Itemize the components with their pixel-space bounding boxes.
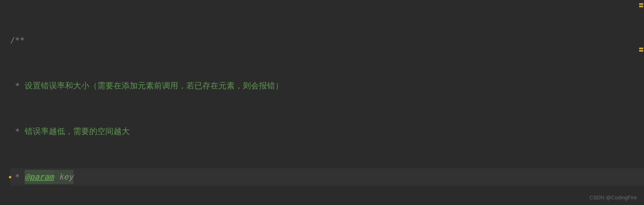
comment-star: * [10, 79, 25, 93]
code-line-highlighted: * @param key [10, 168, 644, 186]
warning-marker-icon[interactable] [639, 48, 643, 49]
code-editor[interactable]: /** * 设置错误率和大小（需要在添加元素前调用，若已存在元素，则会报错） *… [0, 0, 644, 205]
warning-marker-icon[interactable] [639, 6, 643, 7]
comment-open: /** [10, 33, 25, 47]
comment-star: * [10, 124, 25, 138]
comment-star: * [10, 170, 25, 184]
right-gutter [638, 0, 644, 205]
warning-marker-icon[interactable] [639, 3, 643, 5]
warning-marker-icon[interactable] [639, 50, 643, 52]
gutter-warning-icon [9, 176, 11, 178]
watermark-text: CSDN @CodingFire [589, 193, 637, 203]
javadoc-param-tag: @param [25, 170, 54, 184]
javadoc-param-name: key [54, 170, 73, 184]
code-line: * 设置错误率和大小（需要在添加元素前调用，若已存在元素，则会报错） [10, 77, 644, 94]
code-line: * 错误率越低，需要的空间越大 [10, 123, 644, 140]
comment-text: 设置错误率和大小（需要在添加元素前调用，若已存在元素，则会报错） [25, 79, 283, 93]
comment-text: 错误率越低，需要的空间越大 [25, 124, 130, 138]
code-line: /** [10, 31, 644, 49]
